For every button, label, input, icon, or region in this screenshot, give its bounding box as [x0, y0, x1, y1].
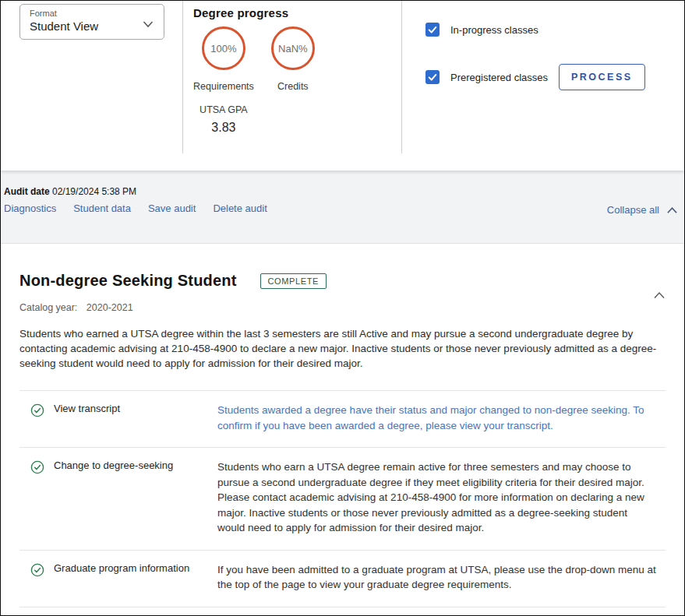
requirement-text: If you have been admitted to a graduate … [217, 562, 658, 593]
requirements-progress-value: 100% [210, 43, 236, 55]
requirement-label: View transcript [54, 403, 217, 414]
block-title: Non-degree Seeking Student [19, 272, 237, 290]
requirement-row: Change to degree-seeking Students who ea… [19, 447, 666, 550]
requirements-progress-label: Requirements [193, 81, 254, 92]
chevron-up-icon [653, 290, 666, 300]
check-icon [427, 24, 438, 35]
chevron-down-icon [142, 18, 154, 33]
audit-date-label: Audit date [4, 186, 50, 197]
gpa-value: 3.83 [211, 121, 235, 135]
block-description: Students who earned a UTSA degree within… [19, 326, 666, 371]
check-circle-icon [30, 403, 44, 417]
format-select[interactable]: Format Student View [19, 4, 164, 40]
credits-progress-label: Credits [277, 81, 309, 92]
requirements-table: View transcript Students awarded a degre… [19, 390, 666, 607]
requirement-advice-link[interactable]: Students awarded a degree have their sta… [217, 403, 658, 433]
catalog-year-value: 2020-2021 [87, 302, 133, 313]
audit-controls-panel: Format Student View Degree progress 100%… [1, 1, 684, 171]
check-icon [427, 72, 438, 83]
status-badge: COMPLETE [260, 273, 327, 289]
format-select-value: Student View [30, 19, 154, 34]
credits-progress-ring: NaN% [271, 26, 315, 70]
credits-progress-value: NaN% [278, 43, 308, 55]
catalog-year: Catalog year: 2020-2021 [19, 302, 666, 313]
requirement-row: View transcript Students awarded a degre… [19, 390, 666, 447]
student-data-link[interactable]: Student data [73, 202, 131, 214]
format-select-label: Format [30, 9, 154, 19]
preregistered-classes-label: Preregistered classes [450, 72, 548, 83]
collapse-all-button[interactable]: Collapse all [607, 204, 678, 216]
preregistered-classes-checkbox[interactable] [425, 70, 440, 84]
degree-audit-screen: Format Student View Degree progress 100%… [0, 0, 685, 616]
requirement-label: Graduate program information [54, 562, 217, 574]
chevron-up-icon [666, 206, 678, 215]
diagnostics-link[interactable]: Diagnostics [4, 202, 56, 214]
audit-options-section: In-progress classes Preregistered classe… [425, 1, 645, 84]
requirements-progress-ring: 100% [202, 26, 245, 70]
requirement-text: Students who earn a UTSA degree remain a… [217, 459, 658, 536]
check-circle-icon [30, 460, 44, 474]
card-header: Non-degree Seeking Student COMPLETE [19, 272, 666, 290]
degree-progress-title: Degree progress [193, 6, 315, 19]
delete-audit-link[interactable]: Delete audit [213, 202, 267, 214]
audit-actions: Diagnostics Student data Save audit Dele… [4, 202, 267, 214]
section-collapse-button[interactable] [653, 289, 666, 303]
panel-divider [401, 1, 402, 153]
process-button[interactable]: PROCESS [559, 64, 645, 90]
panel-divider [182, 1, 183, 153]
gpa-label: UTSA GPA [199, 104, 248, 115]
audit-date: Audit date 02/19/2024 5:38 PM [4, 186, 136, 197]
collapse-all-label: Collapse all [607, 204, 659, 216]
degree-progress-section: Degree progress 100% Requirements UTSA G… [193, 6, 315, 135]
check-circle-icon [30, 563, 44, 577]
non-degree-seeking-card: Non-degree Seeking Student COMPLETE Cata… [1, 243, 684, 615]
audit-date-value: 02/19/2024 5:38 PM [52, 186, 136, 197]
requirement-label: Change to degree-seeking [54, 459, 217, 471]
in-progress-classes-checkbox[interactable] [425, 23, 440, 37]
requirement-row: Graduate program information If you have… [19, 550, 666, 607]
catalog-year-label: Catalog year: [19, 302, 77, 313]
in-progress-classes-label: In-progress classes [450, 24, 538, 36]
save-audit-link[interactable]: Save audit [148, 202, 196, 214]
audit-info-band: Audit date 02/19/2024 5:38 PM Diagnostic… [1, 171, 684, 243]
